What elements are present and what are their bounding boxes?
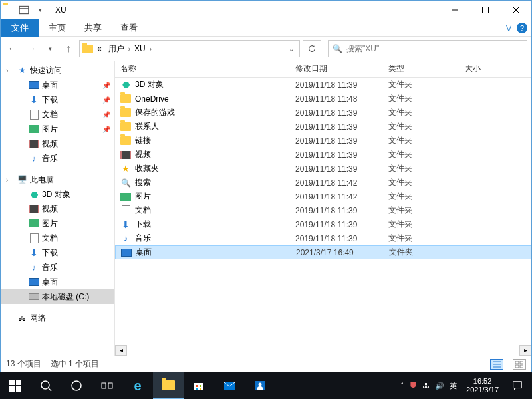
sidebar-item[interactable]: 视频: [1, 201, 114, 216]
file-name: 3D 对象: [135, 79, 164, 90]
tab-file[interactable]: 文件: [1, 19, 39, 37]
sidebar-item[interactable]: 图片: [1, 216, 114, 231]
file-date: 2019/11/18 11:39: [290, 220, 383, 229]
mail-button[interactable]: [214, 372, 245, 399]
sidebar-item[interactable]: ♪音乐: [1, 151, 114, 166]
file-row[interactable]: ⬇下载2019/11/18 11:39文件夹: [115, 217, 531, 231]
tray-network-icon[interactable]: 🖧: [422, 382, 430, 390]
people-button[interactable]: [245, 372, 275, 399]
forward-button[interactable]: →: [23, 41, 39, 57]
file-row[interactable]: 图片2019/11/18 11:42文件夹: [115, 190, 531, 203]
horizontal-scrollbar[interactable]: ◂ ▸: [115, 344, 531, 356]
file-row[interactable]: ♪音乐2019/11/18 11:39文件夹: [115, 231, 531, 245]
file-row[interactable]: 联系人2019/11/18 11:39文件夹: [115, 120, 531, 134]
svg-rect-2: [515, 361, 519, 364]
file-row[interactable]: ⬣3D 对象2019/11/18 11:39文件夹: [115, 78, 531, 92]
sidebar-item[interactable]: 本地磁盘 (C:): [1, 289, 114, 304]
action-center-button[interactable]: [504, 372, 531, 399]
desktop-icon: [29, 80, 39, 90]
file-date: 2019/11/18 11:39: [290, 80, 383, 90]
breadcrumb-users[interactable]: 用户: [106, 43, 127, 55]
file-explorer-button[interactable]: [153, 372, 184, 399]
star-icon: ★: [120, 164, 131, 174]
sidebar-item[interactable]: 桌面📌: [1, 78, 114, 92]
col-name[interactable]: 名称: [115, 63, 290, 74]
file-row[interactable]: 文档2019/11/18 11:39文件夹: [115, 203, 531, 217]
folder-icon: [120, 108, 131, 118]
help-icon[interactable]: ?: [517, 23, 527, 33]
sidebar-item[interactable]: ♪音乐: [1, 260, 114, 275]
up-button[interactable]: ↑: [61, 41, 76, 57]
close-button[interactable]: [501, 1, 531, 19]
col-type[interactable]: 类型: [383, 63, 460, 74]
search-input[interactable]: 🔍 搜索"XU": [328, 40, 527, 57]
cortana-button[interactable]: [61, 372, 92, 399]
ribbon-expand-icon[interactable]: ⋁: [506, 24, 511, 31]
search-icon: 🔍: [332, 44, 342, 53]
tab-home[interactable]: 主页: [39, 19, 75, 37]
minimize-button[interactable]: [440, 1, 470, 19]
sidebar-item[interactable]: 图片📌: [1, 122, 114, 136]
pc-icon: 🖥️: [17, 174, 27, 185]
qat-dropdown-icon[interactable]: ▾: [34, 4, 46, 16]
refresh-button[interactable]: [303, 40, 321, 57]
tray-volume-icon[interactable]: 🔊: [435, 382, 444, 390]
file-row[interactable]: 桌面2021/3/17 16:49文件夹: [115, 245, 531, 259]
start-button[interactable]: [0, 372, 31, 399]
breadcrumb-xu[interactable]: XU: [132, 44, 148, 53]
sidebar-item[interactable]: 文档: [1, 231, 114, 245]
file-date: 2019/11/18 11:39: [290, 206, 383, 215]
file-row[interactable]: 链接2019/11/18 11:39文件夹: [115, 134, 531, 148]
sidebar-item[interactable]: 视频: [1, 136, 114, 151]
taskbar-clock[interactable]: 16:52 2021/3/17: [466, 377, 499, 394]
icons-view-button[interactable]: [513, 359, 526, 370]
maximize-button[interactable]: [470, 1, 501, 19]
qat-open-icon[interactable]: [18, 4, 30, 16]
svg-rect-15: [196, 385, 198, 387]
sidebar-this-pc[interactable]: › 🖥️ 此电脑: [1, 172, 114, 187]
col-size[interactable]: 大小: [460, 63, 513, 74]
file-row[interactable]: 保存的游戏2019/11/18 11:39文件夹: [115, 106, 531, 120]
col-date[interactable]: 修改日期: [290, 63, 383, 74]
address-dropdown-icon[interactable]: ⌄: [286, 45, 297, 53]
tray-security-icon[interactable]: ⛊: [410, 382, 417, 390]
chevron-right-icon: ›: [6, 67, 8, 74]
tab-view[interactable]: 查看: [111, 19, 147, 37]
sidebar-item[interactable]: ⬣3D 对象: [1, 187, 114, 201]
file-type: 文件夹: [383, 149, 460, 160]
taskbar-search-button[interactable]: [31, 372, 61, 399]
picture-icon: [120, 192, 131, 202]
back-button[interactable]: ←: [5, 41, 21, 57]
task-view-button[interactable]: [92, 372, 122, 399]
file-type: 文件夹: [383, 205, 460, 216]
file-type: 文件夹: [383, 93, 460, 104]
sidebar-item[interactable]: 桌面: [1, 275, 114, 289]
file-date: 2019/11/18 11:39: [290, 164, 383, 174]
file-row[interactable]: 视频2019/11/18 11:39文件夹: [115, 148, 531, 162]
file-date: 2019/11/18 11:42: [290, 178, 383, 188]
edge-button[interactable]: e: [122, 372, 153, 399]
file-type: 文件夹: [383, 163, 460, 174]
file-row[interactable]: 🔍搜索2019/11/18 11:42文件夹: [115, 176, 531, 190]
tray-overflow-icon[interactable]: ˄: [400, 382, 404, 390]
file-row[interactable]: OneDrive2019/11/18 11:48文件夹: [115, 92, 531, 106]
details-view-button[interactable]: [490, 359, 503, 370]
svg-rect-1: [483, 7, 489, 13]
recent-dropdown-icon[interactable]: ▾: [42, 41, 58, 57]
sidebar-item[interactable]: 文档📌: [1, 107, 114, 122]
sidebar-network[interactable]: 🖧 网络: [1, 311, 114, 325]
folder-icon: [120, 94, 131, 104]
file-row[interactable]: ★收藏夹2019/11/18 11:39文件夹: [115, 162, 531, 176]
sidebar-item[interactable]: ⬇下载: [1, 245, 114, 260]
file-type: 文件夹: [383, 233, 460, 244]
address-bar[interactable]: « 用户 › XU › ⌄: [79, 40, 300, 57]
sidebar-item[interactable]: ⬇下载📌: [1, 92, 114, 107]
tab-share[interactable]: 共享: [75, 19, 111, 37]
sidebar-quick-access[interactable]: › ★ 快速访问: [1, 63, 114, 78]
file-name: 联系人: [135, 121, 159, 132]
store-button[interactable]: [184, 372, 214, 399]
scroll-left-icon[interactable]: ◂: [115, 345, 127, 356]
scroll-right-icon[interactable]: ▸: [519, 345, 531, 356]
tray-ime[interactable]: 英: [450, 381, 457, 391]
file-list[interactable]: ⬣3D 对象2019/11/18 11:39文件夹OneDrive2019/11…: [115, 78, 531, 344]
